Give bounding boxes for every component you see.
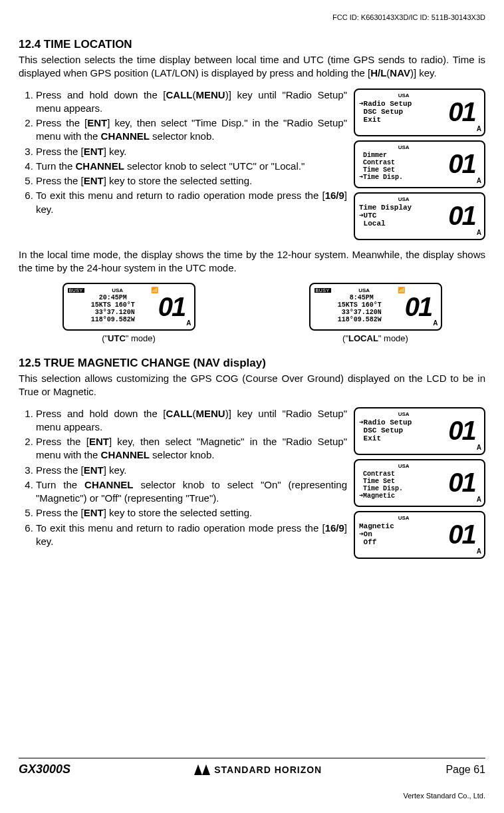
brand-logo-icon bbox=[194, 764, 210, 775]
lcd-display-utc-local: USA Time Display ➜UTC Local 01A bbox=[354, 192, 485, 240]
lcd-display-local-mode: BUSYUSA📶 8:45PM 15KTS 160°T 33°37.120N 1… bbox=[309, 283, 442, 331]
footer-brand: STANDARD HORIZON bbox=[194, 764, 322, 775]
step-2: Press the [ENT] key, then select "Time D… bbox=[36, 116, 347, 144]
lcd-display-radio-setup-2: USA ➜Radio Setup DSC Setup Exit 01A bbox=[354, 407, 485, 455]
section-12-4-steps: Press and hold down the [CALL(MENU)] key… bbox=[19, 88, 347, 216]
section-12-5-heading: 12.5 TRUE MAGNETIC CHANGE (NAV display) bbox=[19, 357, 485, 370]
step-3: Press the [ENT] key. bbox=[36, 145, 347, 158]
step-5: Press the [ENT] key to store the selecte… bbox=[36, 174, 347, 188]
step-1: Press and hold down the [CALL(MENU)] key… bbox=[36, 88, 347, 116]
section-12-4-intro: This selection selects the time display … bbox=[19, 53, 485, 81]
lcd-display-magnetic: USA Contrast Time Set Time Disp. ➜Magnet… bbox=[354, 459, 485, 507]
lcd-display-utc-mode: BUSYUSA📶 20:45PM 15KTS 160°T 33°37.120N … bbox=[63, 283, 195, 331]
local-mode-caption: ("LOCAL" mode) bbox=[309, 333, 442, 343]
section-12-5-steps: Press and hold down the [CALL(MENU)] key… bbox=[19, 407, 347, 549]
step-4: Turn the CHANNEL selector knob to select… bbox=[36, 160, 347, 173]
step-6: To exit this menu and return to radio op… bbox=[36, 522, 347, 549]
step-2: Press the [ENT] key, then select "Magnet… bbox=[36, 435, 347, 462]
section-12-5-intro: This selection allows customizing the GP… bbox=[19, 372, 485, 399]
footer-page-number: Page 61 bbox=[445, 764, 485, 776]
step-1: Press and hold down the [CALL(MENU)] key… bbox=[36, 407, 347, 434]
lcd-display-time-disp: USA Dimmer Contrast Time Set ➜Time Disp.… bbox=[354, 140, 485, 188]
step-6: To exit this menu and return to radio op… bbox=[36, 189, 347, 216]
section-12-4-mid-para: In the local time mode, the display show… bbox=[19, 248, 485, 275]
utc-mode-caption: ("UTC" mode) bbox=[63, 333, 195, 343]
section-12-4-heading: 12.4 TIME LOCATION bbox=[19, 38, 485, 51]
footer-model: GX3000S bbox=[19, 762, 70, 776]
signal-icon: 📶 bbox=[151, 287, 158, 294]
lcd-display-radio-setup: USA ➜Radio Setup DSC Setup Exit 01A bbox=[354, 88, 485, 136]
signal-icon: 📶 bbox=[398, 287, 405, 294]
fcc-id-header: FCC ID: K6630143X3D/IC ID: 511B-30143X3D bbox=[19, 13, 485, 21]
step-3: Press the [ENT] key. bbox=[36, 464, 347, 477]
lcd-display-on-off: USA Magnetic ➜On Off 01A bbox=[354, 511, 485, 559]
page-footer: GX3000S STANDARD HORIZON Page 61 bbox=[19, 758, 485, 776]
step-4: Turn the CHANNEL selector knob to select… bbox=[36, 478, 347, 506]
step-5: Press the [ENT] key to store the selecte… bbox=[36, 506, 347, 520]
vertex-copyright: Vertex Standard Co., Ltd. bbox=[403, 792, 485, 800]
